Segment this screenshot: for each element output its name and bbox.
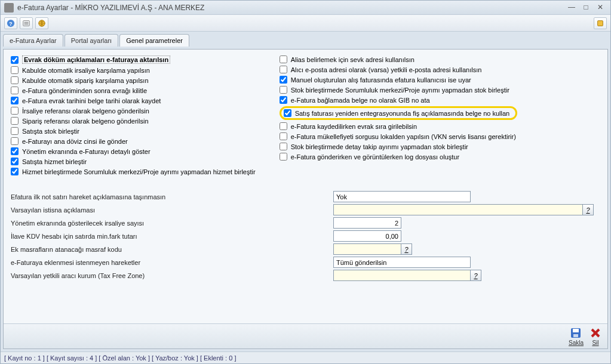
svg-rect-7 — [598, 20, 603, 26]
lbl-ilave-kdv: İlave KDV hesabı için satırda min.fark t… — [11, 233, 333, 240]
general-params-panel: Evrak döküm açıklamaları e-faturaya akta… — [3, 49, 608, 349]
save-label: Sakla — [569, 340, 584, 346]
lbl-irsaliye-ref: İrsaliye referansı olarak belgeno gönder… — [22, 107, 149, 115]
tab-genel-parametreler[interactable]: Genel parametreler — [119, 34, 189, 47]
lbl-evrak-dokum: Evrak döküm açıklamaları e-faturaya akta… — [22, 55, 170, 64]
status-text: [ Kayıt no : 1 ] [ Kayıt sayısı : 4 ] [ … — [4, 354, 236, 362]
input-istisna[interactable] — [333, 204, 583, 215]
statusbar: [ Kayıt no : 1 ] [ Kayıt sayısı : 4 ] [ … — [1, 351, 610, 363]
chk-hizmet-birlestir[interactable] — [11, 168, 19, 175]
content-area: Evrak döküm açıklamaları e-faturaya akta… — [1, 47, 610, 351]
lbl-irsaliye-sayisi: Yönetim ekranında gösterilecek irsaliye … — [11, 220, 333, 227]
lbl-istisna: Varsayılan istisna açıklaması — [11, 206, 333, 214]
svg-text:?: ? — [9, 20, 12, 26]
lbl-hizmet-birlestir: Hizmet birleştirmede Sorumluluk merkezi/… — [22, 168, 256, 175]
toolbar-button-3[interactable] — [35, 17, 48, 29]
chk-satista-stok[interactable] — [11, 127, 19, 135]
globe-icon — [38, 19, 46, 27]
toolbar-help-button[interactable]: ? — [4, 17, 17, 29]
lbl-kabulde-irsaliye: Kabulde otomatik irsaliye karşılama yapı… — [22, 67, 150, 74]
chk-evrak-tarih[interactable] — [11, 97, 19, 104]
checkbox-column-left: Evrak döküm açıklamaları e-faturaya akta… — [11, 54, 256, 177]
delete-label: Sil — [592, 340, 598, 346]
btn-masraf-lookup[interactable]: ? — [401, 243, 412, 255]
chk-manuel-alis[interactable] — [280, 76, 287, 84]
lbl-gonderim-kilit: e-Fatura gönderiminden sonra evrağı kili… — [22, 87, 147, 94]
lbl-tax-free-zone: Varsayılan yetkili aracı kurum (Tax Free… — [11, 272, 333, 279]
lbl-log-olustur: e-Fatura gönderirken ve görüntülerken lo… — [291, 153, 460, 161]
save-icon — [570, 327, 582, 339]
help-icon: ? — [7, 19, 15, 27]
window-title: e-Fatura Ayarlar - MİKRO YAZILIMEVİ A.Ş … — [17, 4, 204, 12]
chk-satista-hizmet[interactable] — [11, 158, 19, 165]
app-icon — [4, 3, 14, 13]
lbl-ana-doviz: e-Faturayı ana döviz cinsi ile gönder — [22, 138, 128, 145]
lbl-istenmeyen-hareket: e-Faturaya eklenmesi istenmeyen hareketl… — [11, 259, 333, 266]
chk-ana-doviz[interactable] — [11, 137, 19, 145]
app-window: e-Fatura Ayarlar - MİKRO YAZILIMEVİ A.Ş … — [0, 0, 611, 364]
lbl-manuel-alis: Manuel oluşturulan alış faturasında efat… — [291, 76, 471, 84]
chk-evrak-dokum[interactable] — [11, 56, 19, 64]
lbl-satista-hizmet: Satışta hizmet birleştir — [22, 158, 87, 165]
highlighted-option: Satış faturası yeniden entegrasyonunda f… — [280, 106, 518, 120]
chk-stok-detay-takip[interactable] — [280, 143, 287, 150]
tab-portal-ayarlari[interactable]: Portal ayarları — [65, 34, 118, 47]
chk-irsaliye-ref[interactable] — [11, 107, 19, 115]
lbl-stok-birlestir-sorumluluk: Stok birleştirmede Sorumluluk merkezi/Pr… — [291, 87, 509, 94]
btn-istisna-lookup[interactable]: ? — [583, 204, 594, 215]
toolbar-button-right[interactable] — [594, 17, 607, 29]
input-istenmeyen-hareket[interactable] — [333, 257, 471, 268]
chk-log-olustur[interactable] — [280, 153, 287, 161]
delete-icon — [589, 327, 601, 339]
toolbar: ? — [1, 15, 610, 32]
input-ilave-kdv[interactable] — [333, 230, 401, 242]
lbl-masraf-kodu: Ek masrafların atanacağı masraf kodu — [11, 246, 333, 253]
form-section: Efatura ilk not satırı hareket açıklamas… — [11, 191, 600, 281]
chk-alias-sevk[interactable] — [280, 55, 287, 63]
titlebar: e-Fatura Ayarlar - MİKRO YAZILIMEVİ A.Ş … — [1, 1, 610, 15]
lbl-alias-sevk: Alias belirlemek için sevk adresi kullan… — [291, 56, 415, 63]
lbl-satis-entegrasyon: Satış faturası yeniden entegrasyonunda f… — [295, 110, 510, 117]
input-tax-free-zone[interactable] — [333, 270, 471, 281]
list-icon — [22, 19, 30, 27]
input-irsaliye-sayisi[interactable] — [333, 217, 401, 229]
delete-button[interactable]: Sil — [589, 327, 601, 346]
tabs: e-Fatura Ayarlar Portal ayarları Genel p… — [1, 32, 610, 47]
save-button[interactable]: Sakla — [569, 327, 584, 346]
checkbox-column-right: Alias belirlemek için sevk adresi kullan… — [280, 54, 518, 177]
input-ilk-not[interactable] — [333, 191, 471, 202]
settings-icon — [596, 19, 604, 27]
lbl-yonetim-detay: Yönetim ekranında e-Faturayı detaylı gös… — [22, 148, 151, 155]
svg-rect-10 — [573, 334, 578, 337]
close-button[interactable]: ✕ — [594, 3, 607, 13]
chk-siparis-ref[interactable] — [11, 117, 19, 125]
chk-evrak-sira[interactable] — [280, 122, 287, 130]
chk-stok-birlestir-sorumluluk[interactable] — [280, 86, 287, 94]
lbl-siparis-ref: Sipariş referansı olarak belgeno gönderi… — [22, 118, 149, 125]
chk-kabulde-siparis[interactable] — [11, 76, 19, 84]
btn-taxfree-lookup[interactable]: ? — [471, 270, 481, 281]
chk-alici-eposta[interactable] — [280, 66, 287, 73]
chk-kabulde-irsaliye[interactable] — [11, 66, 19, 74]
chk-gonderim-kilit[interactable] — [11, 87, 19, 94]
toolbar-button-2[interactable] — [20, 17, 33, 29]
lbl-gib-no: e-Fatura bağlamada belge no olarak GIB n… — [291, 97, 430, 104]
lbl-evrak-sira: e-Fatura kaydedilirken evrak sıra girile… — [291, 123, 417, 130]
svg-rect-9 — [573, 329, 579, 332]
checkbox-grid: Evrak döküm açıklamaları e-faturaya akta… — [11, 54, 600, 177]
chk-gib-no[interactable] — [280, 96, 287, 104]
lbl-ilk-not: Efatura ilk not satırı hareket açıklamas… — [11, 193, 333, 200]
chk-mukellefiyet-lokal[interactable] — [280, 132, 287, 140]
tab-efatura-ayarlar[interactable]: e-Fatura Ayarlar — [3, 34, 63, 47]
lbl-kabulde-siparis: Kabulde otomatik sipariş karşılama yapıl… — [22, 77, 149, 84]
lbl-evrak-tarih: e-Fatura evrak tarihini belge tarihi ola… — [22, 97, 161, 104]
lbl-satista-stok: Satışta stok birleştir — [22, 128, 79, 135]
lbl-stok-detay-takip: Stok birleştirmede detay takip ayırımı y… — [291, 143, 468, 150]
lbl-mukellefiyet-lokal: e-Fatura mükellefiyeti sorgusu lokalden … — [291, 133, 516, 140]
chk-yonetim-detay[interactable] — [11, 147, 19, 155]
chk-satis-entegrasyon[interactable] — [284, 109, 291, 117]
minimize-button[interactable]: — — [565, 3, 578, 13]
input-masraf-kodu[interactable] — [333, 243, 401, 255]
maximize-button[interactable]: □ — [579, 3, 592, 13]
panel-footer: Sakla Sil — [4, 323, 607, 348]
